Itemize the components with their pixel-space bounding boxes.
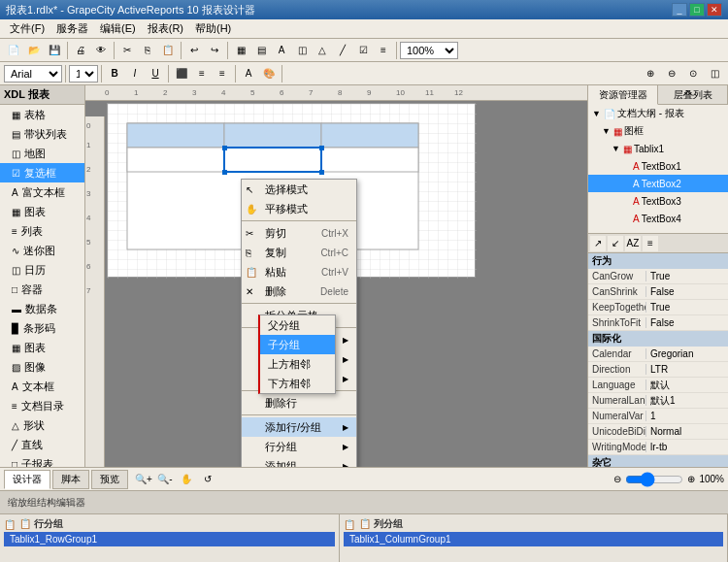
ctx-row-group[interactable]: 行分组 ▶ [242, 437, 356, 456]
tb-btn7[interactable]: ☑ [353, 41, 373, 60]
color2-button[interactable]: 🎨 [259, 64, 279, 83]
close-button[interactable]: ✕ [707, 3, 722, 17]
save-button[interactable]: 💾 [45, 41, 64, 60]
tb-btn3[interactable]: A [272, 41, 291, 60]
menu-server[interactable]: 服务器 [50, 19, 94, 38]
ctx-delete[interactable]: ✕ 删除 Delete [242, 281, 356, 301]
tree-textbox3[interactable]: A TextBox3 [588, 192, 728, 210]
new-button[interactable]: 📄 [4, 41, 23, 60]
tree-tablix1[interactable]: ▼ ▦ Tablix1 [588, 140, 728, 157]
tool-shape[interactable]: △ 形状 [0, 415, 84, 435]
tool-sparkline[interactable]: ∿ 迷你图 [0, 241, 84, 260]
ctx-paste[interactable]: 📋 粘贴 Ctrl+V [242, 262, 356, 281]
color1-button[interactable]: A [239, 64, 258, 83]
prop-keeptogether[interactable]: KeepTogether True [588, 300, 728, 315]
tool-databar[interactable]: ▬ 数据条 [0, 299, 84, 318]
zoom-in-btn[interactable]: 🔍+ [134, 470, 153, 489]
paste-button[interactable]: 📋 [158, 41, 178, 60]
tool-list[interactable]: ≡ 列表 [0, 221, 84, 241]
tool-calendar[interactable]: ◫ 日历 [0, 260, 84, 280]
italic-button[interactable]: I [125, 64, 145, 83]
right-tb2[interactable]: ⊖ [662, 64, 681, 83]
tree-textbox2[interactable]: A TextBox2 [588, 175, 728, 192]
ctx-select-mode[interactable]: ↖ 选择模式 [242, 180, 356, 199]
tb-btn5[interactable]: △ [313, 41, 332, 60]
prop-tb1[interactable]: ↗ [590, 236, 606, 251]
maximize-button[interactable]: □ [689, 3, 705, 17]
tool-checkbox[interactable]: ☑ 复选框 [0, 163, 84, 182]
tool-container[interactable]: □ 容器 [0, 280, 84, 299]
prop-cangrow[interactable]: CanGrow True [588, 269, 728, 284]
prop-language[interactable]: Language 默认 [588, 378, 728, 393]
tab-layer-list[interactable]: 层叠列表 [658, 85, 728, 104]
prop-numvar[interactable]: NumeralVar 1 [588, 409, 728, 424]
ctx-delete-row[interactable]: 删除行 [242, 393, 356, 413]
underline-button[interactable]: U [146, 64, 165, 83]
col-group-item[interactable]: Tablix1_ColumnGroup1 [344, 532, 723, 546]
fontsize-select[interactable]: 10 [69, 65, 98, 83]
ctx-copy[interactable]: ⎘ 复制 Ctrl+C [242, 243, 356, 262]
tab-preview[interactable]: 预览 [91, 470, 128, 489]
tool-chart[interactable]: ▦ 图表 [0, 202, 84, 221]
submenu-child-group[interactable]: 子分组 [260, 335, 335, 354]
refresh-btn[interactable]: ↺ [198, 470, 217, 489]
ctx-add-group[interactable]: 添加组 ▶ [242, 456, 356, 467]
menu-report[interactable]: 报表(R) [142, 19, 189, 38]
submenu-below[interactable]: 下方相邻 [260, 374, 335, 393]
tb-btn4[interactable]: ◫ [292, 41, 312, 60]
print-button[interactable]: 🖨 [71, 41, 90, 60]
align-right-button[interactable]: ≡ [213, 64, 232, 83]
prop-shrinktofit[interactable]: ShrinkToFit False [588, 315, 728, 331]
redo-button[interactable]: ↪ [205, 41, 224, 60]
tool-chart2[interactable]: ▦ 图表 [0, 338, 84, 357]
submenu-above[interactable]: 上方相邻 [260, 354, 335, 374]
copy-button[interactable]: ⎘ [138, 41, 157, 60]
tb-btn8[interactable]: ≡ [374, 41, 393, 60]
minimize-button[interactable]: _ [672, 3, 687, 17]
tool-map[interactable]: ◫ 地图 [0, 144, 84, 163]
font-select[interactable]: Arial [4, 65, 62, 83]
tool-listband[interactable]: ▤ 带状列表 [0, 124, 84, 144]
prop-direction[interactable]: Direction LTR [588, 362, 728, 378]
prop-numlang[interactable]: NumeralLang 默认1 [588, 393, 728, 409]
align-center-button[interactable]: ≡ [192, 64, 212, 83]
zoom-select[interactable]: 100% [400, 42, 458, 59]
ctx-cut[interactable]: ✂ 剪切 Ctrl+X [242, 223, 356, 243]
menu-help[interactable]: 帮助(H) [189, 19, 237, 38]
zoom-slider[interactable] [625, 472, 683, 487]
tb-btn6[interactable]: ╱ [333, 41, 352, 60]
prop-calendar[interactable]: Calendar Gregorian [588, 347, 728, 362]
prop-tb4[interactable]: ≡ [643, 236, 658, 251]
tb-btn2[interactable]: ▤ [251, 41, 271, 60]
cut-button[interactable]: ✂ [117, 41, 137, 60]
tree-textbox4[interactable]: A TextBox4 [588, 210, 728, 227]
tool-table[interactable]: ▦ 表格 [0, 105, 84, 124]
prop-tb2[interactable]: ↙ [608, 236, 623, 251]
right-tb3[interactable]: ⊙ [683, 64, 703, 83]
tree-frame[interactable]: ▼ ▦ 图框 [588, 122, 728, 140]
right-tb4[interactable]: ◫ [705, 64, 724, 83]
preview-button[interactable]: 👁 [91, 41, 111, 60]
ctx-add-row-group[interactable]: 添加行/分组 ▶ [242, 417, 356, 437]
tool-line[interactable]: ╱ 直线 [0, 435, 84, 454]
tool-textbox[interactable]: A 文本框 [0, 377, 84, 396]
tool-image[interactable]: ▨ 图像 [0, 357, 84, 377]
tool-richtext[interactable]: A 富文本框 [0, 182, 84, 202]
right-tb1[interactable]: ⊕ [641, 64, 660, 83]
align-left-button[interactable]: ⬛ [172, 64, 191, 83]
tool-toc[interactable]: ≡ 文档目录 [0, 396, 84, 415]
submenu-parent-group[interactable]: 父分组 [260, 315, 335, 335]
row-group-item[interactable]: Tablix1_RowGroup1 [4, 532, 335, 546]
tb-btn1[interactable]: ▦ [231, 41, 250, 60]
prop-canshrink[interactable]: CanShrink False [588, 284, 728, 300]
prop-tb3[interactable]: AZ [625, 236, 641, 251]
bold-button[interactable]: B [105, 64, 124, 83]
zoom-out-btn[interactable]: 🔍- [155, 470, 175, 489]
tool-subreport[interactable]: □ 子报表 [0, 454, 84, 467]
tab-designer[interactable]: 设计器 [4, 470, 50, 489]
open-button[interactable]: 📂 [24, 41, 44, 60]
tree-doc-outline[interactable]: ▼ 📄 文档大纲 - 报表 [588, 105, 728, 122]
pan-btn[interactable]: ✋ [177, 470, 196, 489]
tool-barcode[interactable]: ▉ 条形码 [0, 318, 84, 338]
tab-resource-manager[interactable]: 资源管理器 [588, 85, 658, 105]
